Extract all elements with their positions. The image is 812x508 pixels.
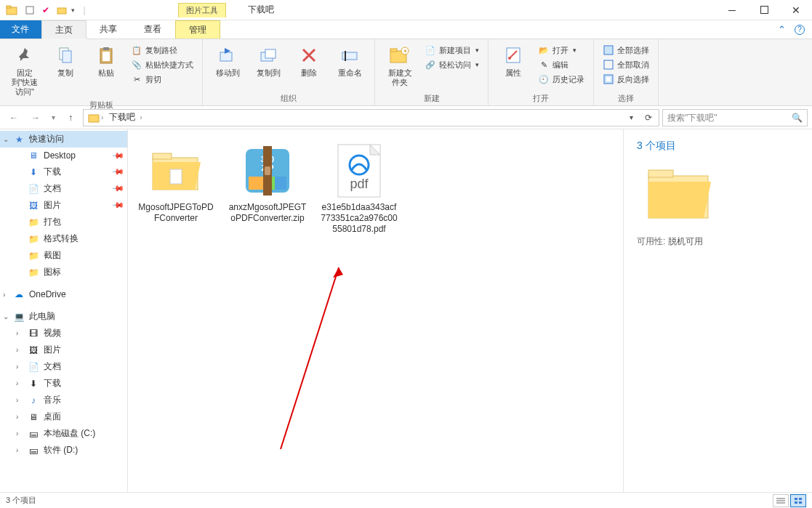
qat-check-icon[interactable]: ✔ [39,4,52,17]
navigation-pane[interactable]: ⌄ ★ 快速访问 🖥Desktop📌 ⬇下载📌 📄文档📌 🖼图片📌 📁打包 📁格… [0,129,128,492]
organize-group-label: 组织 [209,92,369,105]
sidebar-this-pc[interactable]: ⌄💻此电脑 [0,308,127,325]
svg-rect-8 [103,47,109,50]
sidebar-item-folder[interactable]: 📁格式转换 [0,230,127,247]
svg-rect-12 [265,49,276,58]
file-list[interactable]: MgosoftJPEGToPDFConverter 360ZIP anxzMgo… [128,129,623,492]
tab-file[interactable]: 文件 [0,20,41,39]
file-item-pdf[interactable]: pdf e31e5b1daa343acf773351ca2a976c005580… [320,142,398,235]
file-item-zip[interactable]: 360ZIP anxzMgosoftJPEGToPDFConverter.zip [228,142,307,224]
view-large-icons-button[interactable] [790,494,806,507]
sidebar-onedrive[interactable]: ›☁OneDrive [0,286,127,302]
back-button[interactable]: ← [4,108,23,127]
rename-button[interactable]: 重命名 [331,42,369,79]
address-dropdown-icon[interactable]: ▾ [622,110,640,126]
tab-manage[interactable]: 管理 [175,20,220,39]
sidebar-item-label: 下载 [44,166,61,178]
chevron-right-icon[interactable]: › [16,446,18,454]
sidebar-item-drive-d[interactable]: ›🖴软件 (D:) [0,442,127,459]
tab-share[interactable]: 共享 [87,20,131,39]
chevron-right-icon[interactable]: › [16,363,18,371]
sidebar-item-drive-c[interactable]: ›🖴本地磁盘 (C:) [0,425,127,442]
chevron-right-icon[interactable]: › [3,291,5,299]
breadcrumb-root-icon[interactable]: › [85,112,106,124]
sidebar-item-documents[interactable]: ›📄文档 [0,358,127,375]
copy-path-button[interactable]: 📋复制路径 [128,44,196,57]
copy-button[interactable]: 复制 [47,42,84,79]
content-area: MgosoftJPEGToPDFConverter 360ZIP anxzMgo… [128,129,812,492]
invert-selection-button[interactable]: 反向选择 [600,73,652,86]
up-button[interactable]: ↑ [61,108,80,127]
breadcrumb[interactable]: › 下载吧› ▾ ⟳ [83,109,659,126]
file-label: MgosoftJPEGToPDFConverter [137,202,215,224]
easy-access-button[interactable]: 🔗轻松访问▾ [422,58,482,71]
new-item-button[interactable]: 📄新建项目▾ [422,44,482,57]
ribbon-group-new: ✦ 新建文件夹 📄新建项目▾ 🔗轻松访问▾ 新建 [375,39,489,105]
chevron-right-icon[interactable]: › [16,346,18,354]
new-folder-button[interactable]: ✦ 新建文件夹 [381,42,419,89]
title-bar-left: ✔ ▾ | [0,4,91,17]
sidebar-item-videos[interactable]: ›🎞视频 [0,325,127,342]
help-icon[interactable]: ? [795,25,805,35]
paste-shortcut-button[interactable]: 📎粘贴快捷方式 [128,58,196,71]
qat-properties-icon[interactable] [23,4,36,17]
cut-button[interactable]: ✂剪切 [128,73,196,86]
qat-dropdown-icon[interactable]: ▾ [71,7,75,14]
sidebar-item-label: 软件 (D:) [44,444,78,456]
pin-to-quick-access-button[interactable]: 固定到"快速访问" [6,42,44,98]
sidebar-item-folder[interactable]: 📁截图 [0,247,127,264]
properties-button[interactable]: 属性 [494,42,532,79]
copy-to-button[interactable]: 复制到 [249,42,287,79]
new-group-label: 新建 [381,92,482,105]
sidebar-item-pictures[interactable]: 🖼图片📌 [0,197,127,214]
select-all-button[interactable]: 全部选择 [600,44,652,57]
sidebar-quick-access[interactable]: ⌄ ★ 快速访问 [0,131,127,148]
minimize-button[interactable]: ─ [716,0,748,20]
refresh-button[interactable]: ⟳ [640,110,657,126]
delete-icon [297,44,321,67]
cloud-icon: ☁ [13,289,25,300]
download-icon: ⬇ [28,378,39,390]
view-details-button[interactable] [773,494,789,507]
pin-icon: 📌 [110,148,124,162]
edit-button[interactable]: ✎编辑 [535,58,587,71]
delete-button[interactable]: 删除 [290,42,328,79]
tab-home[interactable]: 主页 [41,20,87,39]
forward-button[interactable]: → [26,108,45,127]
search-box[interactable]: 🔍 [662,109,808,126]
chevron-down-icon[interactable]: ⌄ [3,313,9,320]
status-item-count: 3 个项目 [6,495,36,506]
chevron-right-icon[interactable]: › [16,413,18,421]
search-input[interactable] [667,113,787,123]
select-none-button[interactable]: 全部取消 [600,58,652,71]
chevron-right-icon[interactable]: › [16,430,18,438]
sidebar-item-folder[interactable]: 📁打包 [0,214,127,230]
paste-button[interactable]: 粘贴 [87,42,125,79]
sidebar-item-desktop[interactable]: ›🖥桌面 [0,408,127,425]
sidebar-item-downloads[interactable]: ›⬇下载 [0,375,127,392]
nav-history-dropdown[interactable]: ▾ [48,108,58,127]
breadcrumb-segment[interactable]: 下载吧› [106,111,145,124]
sidebar-item-pictures[interactable]: ›🖼图片 [0,342,127,358]
chevron-right-icon[interactable]: › [16,329,18,337]
chevron-right-icon[interactable]: › [16,379,18,387]
ribbon-collapse-icon[interactable]: ⌃ [778,24,786,35]
chevron-down-icon[interactable]: ⌄ [3,135,9,143]
sidebar-item-downloads[interactable]: ⬇下载📌 [0,164,127,180]
open-button[interactable]: 📂打开▾ [535,44,587,57]
maximize-button[interactable] [748,0,780,20]
move-to-button[interactable]: 移动到 [209,42,246,79]
history-button[interactable]: 🕘历史记录 [535,73,587,86]
sidebar-item-folder[interactable]: 📁图标 [0,264,127,281]
svg-rect-48 [799,498,802,500]
tab-view[interactable]: 查看 [131,20,175,39]
close-button[interactable]: ✕ [780,0,812,20]
sidebar-item-documents[interactable]: 📄文档📌 [0,180,127,197]
sidebar-item-music[interactable]: ›♪音乐 [0,392,127,408]
chevron-right-icon[interactable]: › [16,396,18,404]
history-label: 历史记录 [552,74,584,85]
file-item-folder[interactable]: MgosoftJPEGToPDFConverter [137,142,215,224]
folder-small-icon[interactable] [55,4,68,17]
sidebar-item-desktop[interactable]: 🖥Desktop📌 [0,148,127,164]
folder-icon: 📁 [28,217,39,228]
